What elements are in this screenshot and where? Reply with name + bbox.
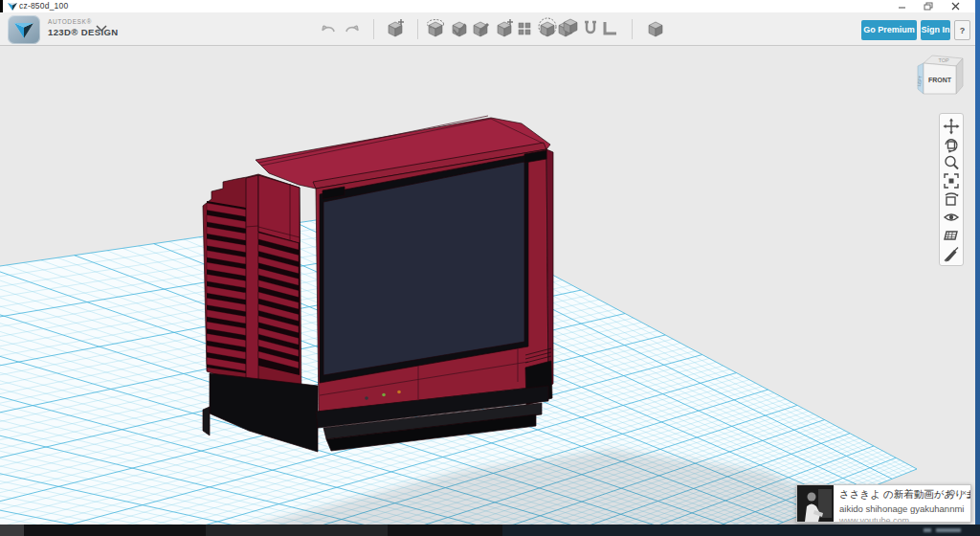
- toolbar-icon-transform[interactable]: [425, 17, 446, 40]
- viewport-3d[interactable]: TOP LEFT FRONT ささきよ の新着動画があります aikido sh…: [0, 46, 975, 525]
- screen: cz-850d_100: [0, 0, 980, 536]
- notification-close-icon[interactable]: ×: [962, 487, 967, 499]
- app-window: cz-850d_100: [0, 0, 975, 525]
- toolbar-icon-sketch[interactable]: [449, 17, 470, 40]
- notification-settings-icon[interactable]: ⚙: [948, 487, 956, 499]
- go-premium-button[interactable]: Go Premium: [861, 20, 917, 40]
- taskbar-segment[interactable]: [388, 525, 502, 536]
- toolbar-icon-pattern[interactable]: [514, 17, 535, 40]
- toolbar: AUTODESK® 123D® DESIGN Go Premium Sign I…: [0, 12, 975, 46]
- toolbar-separator: [373, 19, 374, 39]
- view-cube[interactable]: TOP LEFT FRONT: [911, 50, 970, 105]
- nav-material-icon[interactable]: [940, 226, 963, 244]
- menu-chevron-icon[interactable]: [96, 25, 107, 33]
- notification-popup[interactable]: ささきよ の新着動画があります aikido shihonage gyakuha…: [796, 484, 971, 523]
- nav-fit-icon[interactable]: [940, 171, 963, 190]
- toolbar-icon-modify[interactable]: [494, 17, 515, 40]
- taskbar-start[interactable]: [0, 525, 24, 536]
- toolbar-icon-combine[interactable]: [557, 17, 578, 40]
- toolbar-icon-primitives[interactable]: [385, 17, 406, 40]
- toolbar-icon-grouping[interactable]: [537, 17, 558, 40]
- navigation-bar: [939, 113, 964, 266]
- app-logo-icon: [8, 2, 17, 11]
- toolbar-icon-view[interactable]: [645, 17, 666, 40]
- nav-pan-icon[interactable]: [940, 117, 963, 135]
- taskbar-clock: [936, 528, 961, 532]
- help-button[interactable]: ?: [954, 20, 970, 40]
- window-title: cz-850d_100: [19, 1, 68, 11]
- close-button[interactable]: [945, 0, 966, 12]
- taskbar-segment[interactable]: [206, 525, 388, 536]
- nav-visibility-icon[interactable]: [940, 208, 963, 226]
- taskbar-clock: [924, 528, 931, 532]
- sign-in-button[interactable]: Sign In: [921, 20, 950, 40]
- titlebar[interactable]: cz-850d_100: [3, 0, 975, 12]
- toolbar-icon-measure[interactable]: [599, 17, 620, 40]
- notification-source: www.youtube.com: [839, 516, 967, 522]
- toolbar-separator: [632, 19, 633, 39]
- view-cube-top-label: TOP: [938, 57, 949, 63]
- toolbar-icon-undo: [318, 17, 339, 40]
- toolbar-icon-redo: [342, 17, 363, 40]
- view-cube-front-label: FRONT: [928, 77, 952, 83]
- tv-model[interactable]: [203, 116, 553, 452]
- notification-thumbnail[interactable]: [797, 485, 834, 522]
- nav-viewbox-icon[interactable]: [940, 190, 963, 208]
- desktop-corner: [0, 0, 3, 12]
- brand-text: AUTODESK® 123D® DESIGN: [48, 15, 119, 36]
- taskbar[interactable]: [0, 525, 980, 536]
- toolbar-icon-construct[interactable]: [470, 17, 491, 40]
- brand-123d-design: 123D® DESIGN: [48, 28, 119, 37]
- autodesk-123d-logo[interactable]: [8, 15, 40, 44]
- minimize-button[interactable]: [891, 0, 912, 12]
- desktop-edge: [975, 0, 980, 525]
- nav-orbit-icon[interactable]: [940, 135, 963, 153]
- nav-edit-icon[interactable]: [940, 244, 963, 262]
- restore-button[interactable]: [918, 0, 939, 12]
- toolbar-separator: [417, 19, 418, 39]
- taskbar-tray[interactable]: [502, 525, 980, 536]
- notification-subtitle: aikido shihonage gyakuhannmi: [839, 503, 967, 514]
- nav-zoom-icon[interactable]: [940, 153, 963, 171]
- taskbar-segment[interactable]: [24, 525, 206, 536]
- brand-autodesk: AUTODESK®: [48, 19, 119, 26]
- toolbar-icon-snap[interactable]: [580, 17, 601, 40]
